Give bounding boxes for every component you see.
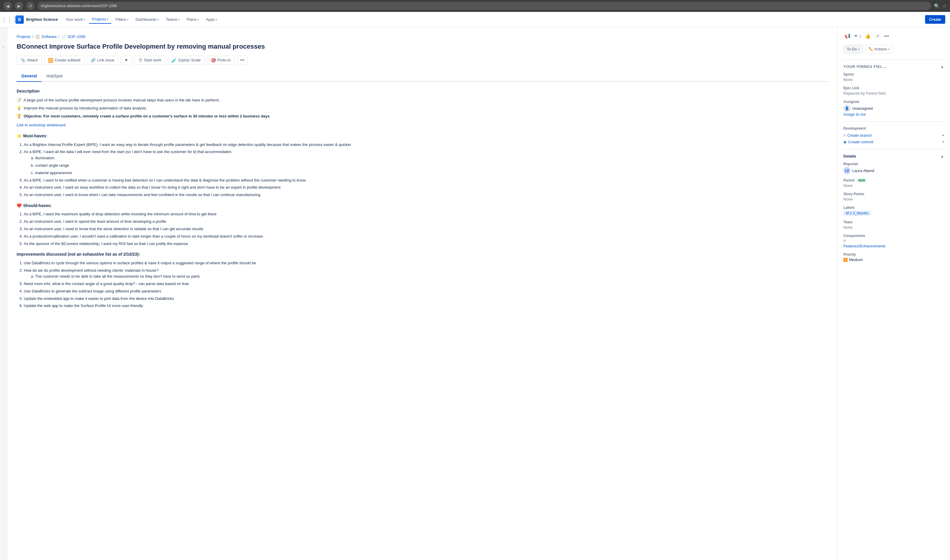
watch-button[interactable]: 👁 1 bbox=[854, 34, 861, 38]
link-issue-button[interactable]: 🔗 Link issue bbox=[87, 56, 118, 65]
url-bar[interactable]: brightonscience.atlassian.net/browse/SOF… bbox=[37, 2, 931, 10]
list-item: Update the web app to make the Surface P… bbox=[24, 303, 828, 309]
like-icon-button[interactable]: 👍 bbox=[864, 32, 872, 40]
priority-icon bbox=[844, 258, 848, 262]
story-points-field: Story Points None bbox=[844, 192, 944, 202]
story-points-value: None bbox=[844, 197, 944, 202]
list-item: As a BIPE, I want to be notified when a … bbox=[24, 177, 828, 184]
sprint-value: None bbox=[844, 77, 944, 82]
list-item: As an instrument user, I want to spend t… bbox=[24, 218, 828, 225]
main-layout: ‹ Projects / 📋 Software / 📄 SOF-1096 BCo… bbox=[0, 27, 950, 560]
list-item: a. illumination bbox=[31, 155, 828, 162]
sub-list: a. The customer needs to be able to take… bbox=[24, 274, 828, 280]
assignee-value: Unassigned bbox=[852, 106, 873, 111]
chevron-down-icon: ▾ bbox=[178, 18, 180, 21]
status-dropdown[interactable]: To Do ▾ bbox=[844, 45, 863, 53]
breadcrumb-issue-link[interactable]: SOF-1096 bbox=[68, 34, 85, 39]
breadcrumb-software-link[interactable]: Software bbox=[42, 34, 57, 39]
list-item: As an instrument user, I want to know wh… bbox=[24, 192, 828, 198]
nav-item-filters[interactable]: Filters ▾ bbox=[113, 15, 131, 23]
nav-item-apps[interactable]: Apps ▾ bbox=[203, 15, 220, 23]
divider bbox=[844, 59, 944, 60]
doc-emoji: 📝 bbox=[17, 98, 22, 102]
collapse-icon[interactable]: ▲ bbox=[941, 65, 944, 69]
jira-logo[interactable]: B Brighton Science bbox=[15, 15, 58, 24]
zephyr-icon: 🧪 bbox=[171, 58, 177, 63]
breadcrumb-projects-link[interactable]: Projects bbox=[17, 34, 31, 39]
labels-label: Labels bbox=[844, 206, 944, 210]
story-points-label: Story Points bbox=[844, 192, 944, 196]
reporter-field: Reporter LA Laura Abend bbox=[844, 162, 944, 174]
nav-item-your-work[interactable]: Your work ▾ bbox=[63, 15, 88, 23]
chevron-down-icon: ▾ bbox=[858, 48, 859, 51]
create-branch-link[interactable]: ⑂ Create branch ▾ bbox=[844, 133, 944, 138]
avatar: 👤 bbox=[844, 105, 851, 112]
forward-button[interactable]: ▶ bbox=[15, 2, 23, 10]
subtask-icon: 🔀 bbox=[48, 58, 53, 63]
nav-item-projects[interactable]: Projects ▾ bbox=[89, 15, 111, 24]
epic-link-value: Replaced by Parent field bbox=[844, 91, 944, 95]
announce-icon-button[interactable]: 📢 bbox=[844, 32, 852, 40]
must-haves-title: ⭐ Must-haves: bbox=[17, 132, 828, 139]
description-title: Description bbox=[17, 88, 828, 94]
labels-field: Labels M:1-3_Months bbox=[844, 206, 944, 216]
back-button[interactable]: ◀ bbox=[3, 2, 12, 10]
description-para1: 📝 A large part of the surface profile de… bbox=[17, 97, 828, 103]
components-field: Components A Features/Enhancements bbox=[844, 234, 944, 248]
bookmark-icon[interactable]: ☆ bbox=[942, 3, 947, 9]
attach-button[interactable]: 📎 Attach bbox=[17, 56, 42, 65]
development-section: Development ⑂ Create branch ▾ ◈ Create c… bbox=[844, 126, 944, 144]
proto-io-button[interactable]: 🎯 Proto.io bbox=[207, 56, 234, 65]
epic-link-label: Epic Link bbox=[844, 86, 944, 90]
pencil-icon: ✏️ bbox=[868, 47, 873, 51]
more-icon-button[interactable]: ••• bbox=[883, 32, 890, 40]
components-link[interactable]: Features/Enhancements bbox=[844, 244, 885, 248]
assignee-row: 👤 Unassigned bbox=[844, 105, 944, 112]
start-work-button[interactable]: ⏱ Start work bbox=[134, 56, 165, 65]
label-tag[interactable]: M:1-3_Months bbox=[844, 211, 871, 216]
list-item: As a BIPE, I want all the data I will ev… bbox=[24, 149, 828, 176]
tabs: General HubSpot bbox=[17, 71, 828, 82]
components-label: Components bbox=[844, 234, 944, 238]
workshop-link[interactable]: Link to workshop whiteboard bbox=[17, 123, 66, 127]
should-haves-title: ❤️ Should-haves: bbox=[17, 202, 828, 209]
more-actions-button[interactable]: ••• bbox=[237, 56, 248, 65]
tab-hubspot[interactable]: HubSpot bbox=[42, 71, 67, 82]
list-item: Use DataBricks to generate the subtract … bbox=[24, 288, 828, 295]
list-item: As an instrument user, I need to know th… bbox=[24, 226, 828, 232]
logo-icon: B bbox=[15, 15, 24, 24]
priority-value: Medium bbox=[849, 257, 863, 262]
collapse-icon[interactable]: ▲ bbox=[941, 154, 944, 158]
issue-title: BConnect Improve Surface Profile Develop… bbox=[17, 42, 828, 51]
search-icon[interactable]: 🔍 bbox=[934, 3, 940, 9]
share-icon-button[interactable]: ↗ bbox=[874, 32, 881, 40]
nav-item-teams[interactable]: Teams ▾ bbox=[163, 15, 183, 23]
create-subtask-button[interactable]: 🔀 Create subtask bbox=[44, 56, 84, 65]
list-item: Need more info: what is the contact angl… bbox=[24, 281, 828, 287]
pinned-fields-section: Your pinned fiel... ▲ Sprint None Epic L… bbox=[844, 65, 944, 117]
create-commit-link[interactable]: ◈ Create commit ▾ bbox=[844, 139, 944, 144]
actions-dropdown[interactable]: ✏️ Actions ▾ bbox=[865, 45, 893, 53]
list-item: Use DataBricks to cycle through the vari… bbox=[24, 260, 828, 266]
list-item: Update the embedded app to make it easie… bbox=[24, 296, 828, 302]
priority-label: Priority bbox=[844, 252, 944, 257]
grid-icon[interactable]: ⋮⋮⋮ bbox=[5, 15, 14, 24]
nav-item-plans[interactable]: Plans ▾ bbox=[184, 15, 202, 23]
zephyr-scale-button[interactable]: 🧪 Zephyr Scale bbox=[168, 56, 205, 65]
chevron-down-icon: ▾ bbox=[83, 18, 85, 21]
create-button[interactable]: Create bbox=[925, 15, 945, 24]
dropdown-button[interactable]: ▼ bbox=[120, 56, 132, 65]
branch-icon: ⑂ bbox=[844, 133, 846, 138]
jira-nav: ⋮⋮⋮ B Brighton Science Your work ▾ Proje… bbox=[0, 12, 950, 27]
improvements-title: Improvements discussed (not an exhaustiv… bbox=[17, 251, 828, 257]
status-actions-row: To Do ▾ ✏️ Actions ▾ bbox=[844, 45, 944, 53]
assign-to-me-link[interactable]: Assign to me bbox=[844, 112, 866, 117]
sidebar-toggle[interactable]: ‹ bbox=[0, 27, 7, 560]
expand-icon: ▾ bbox=[942, 140, 944, 144]
tab-general[interactable]: General bbox=[17, 71, 42, 82]
epic-link-field: Epic Link Replaced by Parent field bbox=[844, 86, 944, 95]
nav-item-dashboards[interactable]: Dashboards ▾ bbox=[133, 15, 162, 23]
details-title: Details bbox=[844, 154, 856, 158]
refresh-button[interactable]: ↺ bbox=[26, 2, 34, 10]
browser-icons: 🔍 ☆ bbox=[934, 3, 947, 9]
